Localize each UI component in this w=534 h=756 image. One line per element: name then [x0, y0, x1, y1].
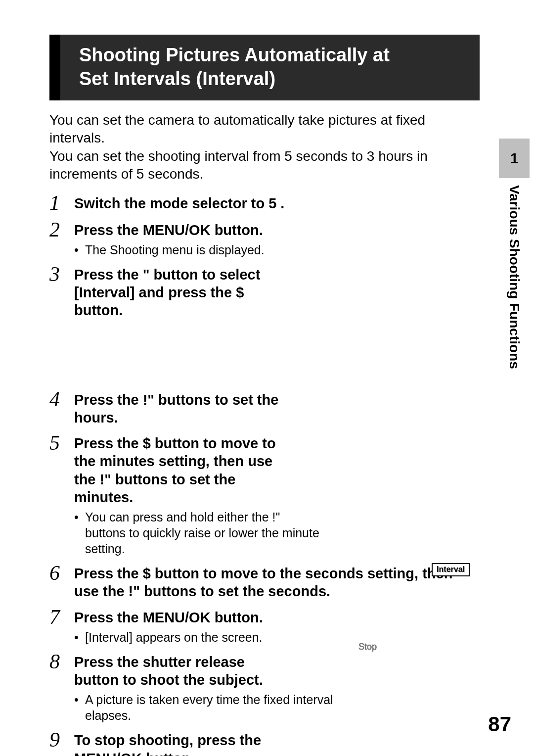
- step-2: 2 Press the MENU/OK button. The Shooting…: [49, 219, 480, 258]
- page-number: 87: [488, 712, 511, 736]
- step-bullets: A picture is taken every time the fixed …: [74, 689, 480, 723]
- chapter-number-tab: 1: [499, 139, 530, 178]
- bullet: [Interval] appears on the screen.: [74, 629, 341, 645]
- step-bullets: You can press and hold either the !" but…: [74, 506, 480, 557]
- step-title: Press the MENU/OK button.: [74, 609, 480, 626]
- step-number: 4: [49, 389, 74, 410]
- step-title: Press the !" buttons to set the hours.: [74, 391, 292, 427]
- chapter-label: Various Shooting Functions: [506, 185, 522, 369]
- step-title: Press the $ button to move to the minute…: [74, 434, 292, 506]
- step-title: Switch the mode selector to 5 .: [74, 194, 480, 212]
- step-title: Press the MENU/OK button.: [74, 221, 480, 239]
- step-3: 3 Press the " button to select [Interval…: [49, 264, 480, 320]
- page: Shooting Pictures Automatically at Set I…: [0, 0, 534, 756]
- step-6: 6 Press the $ button to move to the seco…: [49, 563, 480, 601]
- heading-line1: Shooting Pictures Automatically at: [79, 45, 390, 65]
- intro-p2: You can set the shooting interval from 5…: [49, 148, 428, 182]
- step-number: 3: [49, 264, 74, 284]
- step-7: 7 Press the MENU/OK button. [Interval] a…: [49, 607, 480, 645]
- interval-indicator: Interval: [432, 563, 470, 576]
- step-9: 9 To stop shooting, press the MENU/OK bu…: [49, 729, 480, 756]
- step-title: To stop shooting, press the MENU/OK butt…: [74, 731, 292, 756]
- step-number: 7: [49, 607, 74, 627]
- step-number: 9: [49, 729, 74, 750]
- step-number: 6: [49, 563, 74, 583]
- section-heading: Shooting Pictures Automatically at Set I…: [49, 35, 480, 100]
- stop-indicator: Stop: [358, 642, 377, 652]
- step-4: 4 Press the !" buttons to set the hours.: [49, 389, 480, 427]
- bullet: A picture is taken every time the fixed …: [74, 692, 341, 723]
- bullet: The Shooting menu is displayed.: [74, 242, 341, 258]
- intro-text: You can set the camera to automatically …: [49, 111, 450, 184]
- step-number: 8: [49, 651, 74, 672]
- step-1: 1 Switch the mode selector to 5 .: [49, 192, 480, 213]
- step-title: Press the shutter release button to shoo…: [74, 653, 292, 689]
- bullet: You can press and hold either the !" but…: [74, 509, 321, 557]
- step-5: 5 Press the $ button to move to the minu…: [49, 432, 480, 557]
- heading-line2: Set Intervals (Interval): [79, 68, 275, 89]
- step-number: 5: [49, 432, 74, 453]
- step-number: 2: [49, 219, 74, 240]
- step-title: Press the " button to select [Interval] …: [74, 266, 292, 320]
- step-number: 1: [49, 192, 74, 213]
- intro-p1: You can set the camera to automatically …: [49, 112, 425, 145]
- step-list: 1 Switch the mode selector to 5 . 2 Pres…: [49, 192, 480, 756]
- step-bullets: [Interval] appears on the screen.: [74, 626, 480, 645]
- side-tab: 1 Various Shooting Functions: [494, 139, 534, 369]
- step-8: 8 Press the shutter release button to sh…: [49, 651, 480, 724]
- step-bullets: The Shooting menu is displayed.: [74, 239, 480, 258]
- step-title: Press the $ button to move to the second…: [74, 565, 480, 601]
